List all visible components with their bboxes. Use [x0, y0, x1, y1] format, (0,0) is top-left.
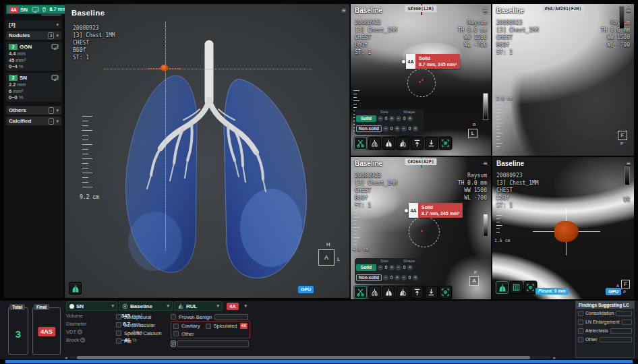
- morphology-checkbox[interactable]: [116, 322, 121, 328]
- lung-rads-select[interactable]: 4A ▾: [224, 301, 250, 311]
- size-minus-button[interactable]: −: [378, 265, 383, 270]
- grow-down-button[interactable]: [425, 137, 438, 150]
- panel-menu-icon[interactable]: ≡: [484, 6, 488, 14]
- scissors-icon: [356, 139, 365, 148]
- delete-nodule-button[interactable]: [41, 6, 47, 13]
- shape-plus-button[interactable]: +: [407, 116, 413, 121]
- non-solid-button[interactable]: Non-solid: [356, 274, 382, 281]
- slab-mode-button[interactable]: [510, 281, 523, 294]
- vr-nodule-viewport[interactable]: Baseline ≡ 20080923[3] Chest_1MMCHESTB60…: [492, 157, 634, 299]
- shape-plus-button[interactable]: +: [413, 275, 418, 280]
- finding-checkbox[interactable]: [578, 328, 583, 334]
- size-plus-button[interactable]: +: [389, 265, 395, 270]
- nodule-vr-render[interactable]: [554, 221, 579, 242]
- shape-minus-button[interactable]: −: [401, 126, 407, 131]
- show-lungs-button[interactable]: [69, 282, 82, 295]
- nodule-type-label: SN: [20, 75, 27, 81]
- scale-ruler: [82, 116, 93, 191]
- nodule-list-item[interactable]: 2SN2.2mm6mm³0~0%: [6, 73, 61, 102]
- series-group-header[interactable]: [3] ▾: [6, 20, 61, 29]
- cavitary-checkbox[interactable]: [173, 324, 179, 329]
- shape-minus-button[interactable]: −: [396, 265, 401, 270]
- size-minus-button[interactable]: −: [378, 116, 383, 121]
- calcified-label: Calcified: [9, 118, 31, 124]
- morphology-checkbox[interactable]: [116, 314, 121, 320]
- panel-menu-icon[interactable]: ≡: [342, 6, 346, 14]
- size-label: Size: [380, 259, 388, 263]
- target-nodule-button[interactable]: [439, 137, 452, 150]
- finding-field[interactable]: [616, 311, 632, 316]
- study-info-line: [3] Chest_1MM: [355, 179, 397, 187]
- info-icon[interactable]: ?: [78, 330, 82, 334]
- value: 0~0: [9, 94, 18, 101]
- nodules-section-header[interactable]: Nodules 3 ▾: [6, 31, 61, 40]
- nodule-annotation[interactable]: 4A Solid8.7 mm, 345 mm³: [405, 203, 463, 218]
- ct-magnified-viewport[interactable]: #58/A#291(F2H) Baseline ≡ 20080923[3] Ch…: [492, 4, 634, 156]
- proven-benign-checkbox[interactable]: [171, 314, 176, 320]
- shape-plus-button[interactable]: +: [407, 265, 413, 270]
- grow-up-button[interactable]: [411, 137, 424, 150]
- finding-checkbox[interactable]: [578, 311, 583, 316]
- lung-contour-button[interactable]: [368, 286, 381, 299]
- lung-fill-button[interactable]: [382, 137, 395, 150]
- vrt-3d-viewport[interactable]: Baseline ≡ 20080923[3] Chest_1MMCHESTB60…: [65, 4, 349, 298]
- nodule-marker-3d[interactable]: [161, 65, 169, 71]
- horizontal-scrollbar[interactable]: ◂ ▸: [65, 355, 556, 360]
- info-icon[interactable]: ?: [80, 338, 85, 342]
- shape-plus-button[interactable]: +: [413, 126, 418, 131]
- nodule-annotation[interactable]: 4A Solid8.7 mm, 345 mm³: [402, 54, 460, 69]
- ct-coronal-viewport[interactable]: C#264(A2P) Baseline ≡ 20080923[3] Chest_…: [351, 157, 491, 299]
- chevron-down-icon: ▾: [111, 303, 114, 309]
- morphology-checkbox[interactable]: [116, 338, 121, 344]
- size-plus-button[interactable]: +: [395, 126, 400, 131]
- shape-minus-button[interactable]: −: [396, 116, 401, 121]
- finding-field[interactable]: [622, 320, 632, 325]
- cut-segmentation-button[interactable]: [354, 286, 367, 299]
- morphology-checkbox[interactable]: [116, 330, 121, 336]
- panel-menu-icon[interactable]: ≡: [484, 159, 488, 167]
- target-nodule-button[interactable]: [439, 286, 452, 299]
- nodule-type-select[interactable]: SN ▾: [66, 301, 117, 311]
- lung-half-button[interactable]: [397, 137, 409, 150]
- lung-half-button[interactable]: [397, 286, 409, 299]
- finding-field[interactable]: [600, 337, 632, 342]
- finding-checkbox[interactable]: [578, 320, 583, 325]
- lung-fill-button[interactable]: [382, 286, 395, 299]
- size-plus-button[interactable]: +: [395, 275, 400, 280]
- show-lungs-button[interactable]: [496, 281, 509, 294]
- growth-select[interactable]: Baseline ▾: [119, 301, 173, 311]
- panel-menu-icon[interactable]: ≡: [627, 6, 631, 14]
- orientation-top: H: [326, 241, 330, 247]
- size-minus-button[interactable]: −: [383, 275, 388, 280]
- solid-button[interactable]: Solid: [356, 115, 376, 122]
- scroll-thumb[interactable]: [77, 356, 530, 359]
- solid-button[interactable]: Solid: [356, 264, 376, 271]
- scale-label: 9.2 cm: [80, 194, 99, 200]
- lung-contour-button[interactable]: [368, 137, 381, 150]
- finding-field[interactable]: [610, 328, 632, 334]
- comment-field[interactable]: [177, 340, 249, 347]
- calcified-section-header[interactable]: Calcified - ▾: [6, 117, 61, 125]
- nodule-list-item[interactable]: 2GGN4.4mm45mm³0~4%: [6, 42, 61, 71]
- trash-icon[interactable]: [41, 6, 47, 13]
- grow-up-button[interactable]: [411, 286, 424, 299]
- nodule-roi-circle: [409, 216, 440, 247]
- others-section-header[interactable]: Others - ▾: [6, 106, 61, 115]
- size-minus-button[interactable]: −: [383, 126, 388, 131]
- orientation-cube[interactable]: A: [318, 249, 335, 266]
- proven-benign-field[interactable]: [214, 314, 248, 320]
- non-solid-button[interactable]: Non-solid: [356, 125, 382, 132]
- cut-segmentation-button[interactable]: [354, 137, 367, 150]
- spiculated-checkbox[interactable]: [206, 324, 211, 329]
- other-checkbox[interactable]: [173, 331, 179, 336]
- ct-sagittal-viewport[interactable]: S#360(L2R) Baseline ≡ 20080923[3] Chest_…: [351, 4, 491, 156]
- finding-checkbox[interactable]: [578, 337, 583, 342]
- shape-minus-button[interactable]: −: [401, 275, 407, 280]
- slab-icon: [512, 283, 521, 292]
- nodule-type-label: GGN: [20, 44, 32, 50]
- orientation-small: P: [623, 290, 626, 294]
- location-select[interactable]: RUL ▾: [174, 301, 223, 311]
- grow-down-button[interactable]: [425, 286, 438, 299]
- window-info: RaysumTH 0.0 mmWW 1500WL -700: [458, 172, 487, 202]
- size-plus-button[interactable]: +: [389, 116, 395, 121]
